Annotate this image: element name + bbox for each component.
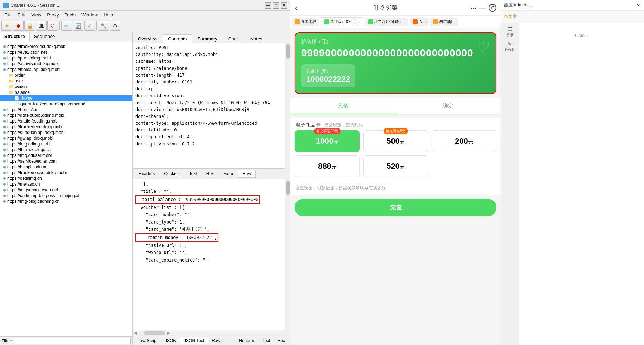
tree-item[interactable]: ⊕https://img.dduser.mobi [0,153,132,158]
menu-tools[interactable]: Tools [62,11,78,18]
tab-headers[interactable]: Headers [134,170,159,178]
request-scrollbar[interactable] [285,43,290,169]
security-notice: 资金安全，付款便捷，如需发票请联系在线客服 [290,181,501,195]
tab-label-test: 测试项目 [439,19,455,24]
tree-item[interactable]: ⊕https://activity.m.ddxq.mobi [0,61,132,67]
toolbar-hat-btn[interactable]: 🎩 [36,21,47,31]
tree-item[interactable]: ⊕https://servicewechat.com [0,158,132,164]
toolbar-refresh-btn[interactable]: 🔄 [73,21,83,31]
toolbar-star-btn[interactable]: ★ [1,21,12,31]
action-tab-bind[interactable]: 绑定 [396,98,501,114]
globe-icon: ⊕ [3,148,6,152]
menu-help[interactable]: Help [101,11,116,18]
publish-link[interactable]: 布文章 [504,14,517,20]
tree-item[interactable]: 📁balance [0,90,132,95]
tree-item[interactable]: ⊕https://eva2.csdn.net [0,49,132,55]
tab-summary[interactable]: Summary [192,34,223,43]
action-tab-recharge[interactable]: 充值 [290,98,396,114]
tab-cookies[interactable]: Cookies [159,170,184,178]
tab-hex[interactable]: Hex [202,170,218,178]
subtab-raw[interactable]: Raw [208,337,224,344]
tab-raw[interactable]: Raw [238,170,256,178]
tree-item[interactable]: ⊕https://bizapi.csdn.net [0,164,132,170]
subtab-hex[interactable]: Hex [274,337,289,344]
toolbar-gear-btn[interactable]: ⚙ [110,21,120,31]
tree-item[interactable]: ⊕https://csdnimg.cn [0,176,132,181]
subtab-javascript[interactable]: JavaScript [134,337,161,344]
subtab-headers[interactable]: Headers [235,337,259,344]
tab-text[interactable]: Text [184,170,202,178]
browser-tab-test[interactable]: 测试项目 [430,18,458,26]
tree-item-label: https://trackerfeed.ddxq.mobi [7,124,63,129]
tree-item[interactable]: ⊕https://trackerfeed.ddxq.mobi [0,124,132,130]
tab-overview[interactable]: Overview [133,34,163,43]
recharge-card-500[interactable]: 首充再送8元 500元 [363,130,428,152]
side-icon-list[interactable]: ☰ 目录 [506,26,514,38]
toolbar-pen-btn[interactable]: ✏ [61,21,72,31]
highlighted-total-balance: total_balance : "99990000000000000000000… [135,195,260,204]
record-circle-button[interactable]: ⊙ [489,4,496,12]
tree-item[interactable]: ⊕https://thirdwx.qlogo.cn [0,147,132,153]
toolbar-record-btn[interactable]: ⏺ [13,21,24,31]
subtab-json[interactable]: JSON [161,337,180,344]
horizontal-scrollbar[interactable]: ◀ ▶ [133,330,290,336]
menu-edit[interactable]: Edit [15,11,28,18]
minimize-button[interactable]: — [265,2,271,9]
tree-item[interactable]: ⊕https://static-fe.ddimg.mobi [0,118,132,124]
tree-item[interactable]: ⊕https://trackersocket.ddxq.mobi [0,170,132,176]
side-icon-create[interactable]: ✎ 创作助 [505,40,515,52]
tree-item[interactable]: ⊕https://img.ddimg.mobi [0,141,132,147]
extra-close-button[interactable]: ✕ [635,3,641,8]
tree-item[interactable]: ⊕https://homeApi [0,107,132,112]
subtab-text[interactable]: Text [259,337,274,344]
recharge-card-200[interactable]: 200元 [432,130,496,152]
tree-item[interactable]: 📄queryRollRecharge?api_version=9 [0,101,132,107]
menu-view[interactable]: View [28,11,44,18]
menu-window[interactable]: Window [78,11,101,18]
tree-item[interactable]: ⊕https://img-blog.csdnimg.cn [0,198,132,204]
tab-form[interactable]: Form [218,170,238,178]
tree-item[interactable]: ⊕https://imgservice.csdn.net [0,187,132,193]
recharge-button[interactable]: 充值 [295,199,496,216]
minimize-mobile-button[interactable]: — [479,4,486,11]
tree-item[interactable]: ⊕https://maicai.api.ddxq.mobi [0,67,132,72]
tab-sequence[interactable]: Sequence [30,32,60,42]
subtab-json-text[interactable]: JSON Text [180,337,208,344]
browser-tab-douban[interactable]: 豆瓣电影 [292,18,319,26]
tree-item[interactable]: ⊕https://metaso.cn [0,181,132,187]
tree-item[interactable]: 📁weixin [0,84,132,90]
recharge-card-888[interactable]: 888元 [295,155,360,177]
tree-item[interactable]: ⊕https://pub.ddimg.mobi [0,55,132,61]
browser-tab-gift[interactable]: 毕业设计020元礼品卡 [321,17,364,26]
filter-input[interactable] [14,338,131,344]
tree-item[interactable]: 📁user [0,78,132,84]
tab-notes[interactable]: Notes [245,34,268,43]
toolbar-wrench-btn[interactable]: 🔧 [98,21,109,31]
browser-tab-person[interactable]: 人... [410,18,429,26]
tree-item[interactable]: 📁order [0,72,132,78]
tab-chart[interactable]: Chart [223,34,245,43]
toolbar-lock-btn[interactable]: 🔒 [24,21,35,31]
recharge-card-520[interactable]: 520元 [363,155,428,177]
menu-file[interactable]: File [1,11,15,18]
tab-structure[interactable]: Structure [0,32,30,42]
toolbar-shield-btn[interactable]: 🛡 [47,21,58,31]
tree-item[interactable]: ⊕https://gw.api.ddxq.mobi [0,135,132,141]
browser-tab-recharge[interactable]: 小**西 52分钟前第137次充值了礼品卡 [365,18,408,26]
response-scrollbar[interactable] [285,179,290,330]
menu-proxy[interactable]: Proxy [44,11,62,18]
close-button[interactable]: ✕ [281,2,287,9]
tree-item[interactable]: ⊕https://ddfs-public.ddimg.mobi [0,112,132,118]
tree-item[interactable]: ⊕https://sunquan.api.ddxq.mobi [0,130,132,135]
more-button[interactable]: ··· [470,4,476,12]
back-button[interactable]: ‹ [295,4,297,12]
tree-item[interactable]: 📄home [0,95,132,101]
tab-contents[interactable]: Contents [163,34,192,43]
maximize-button[interactable]: □ [273,2,279,9]
toolbar-check-btn[interactable]: ✓ [84,21,95,31]
tree-item[interactable]: ⊕https://trackercollect.ddxq.mobi [0,44,132,49]
file-icon: 📄 [14,96,19,101]
tree-item[interactable]: ⊕https://csdn-img-blog.oss-cn-beijing.al… [0,193,132,198]
action-tabs: 充值 绑定 [290,98,501,115]
recharge-card-1000[interactable]: 首充再送20元 1000元 [295,130,360,152]
